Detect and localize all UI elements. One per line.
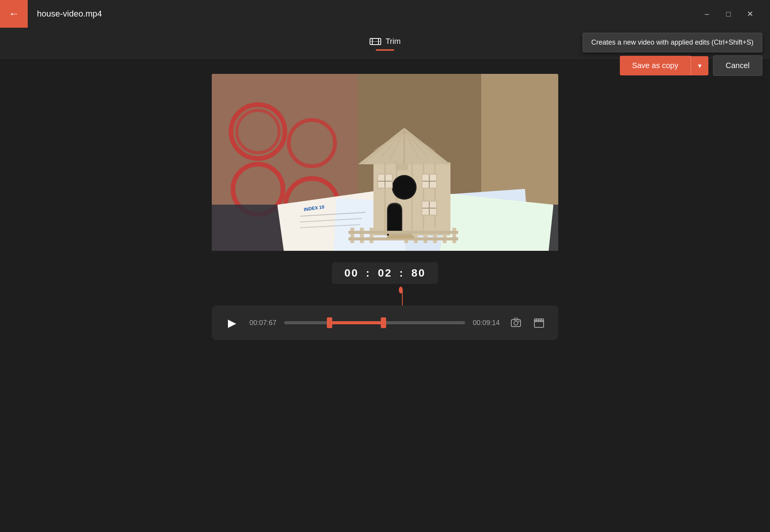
svg-rect-61 xyxy=(443,228,447,243)
time-start: 00:07:67 xyxy=(249,319,276,327)
timecode-frames: 80 xyxy=(411,267,425,279)
maximize-button[interactable]: □ xyxy=(718,6,739,22)
title-bar: ← house-video.mp4 – □ ✕ xyxy=(0,0,770,28)
save-button-group: Save as copy ▾ Cancel xyxy=(620,55,762,76)
svg-rect-58 xyxy=(414,228,418,243)
back-button[interactable]: ← xyxy=(0,0,28,28)
timecode-minutes: 02 xyxy=(378,267,392,279)
cancel-button[interactable]: Cancel xyxy=(713,55,762,76)
save-as-copy-button[interactable]: Save as copy xyxy=(620,56,691,75)
scrubber-dot xyxy=(399,287,403,294)
svg-rect-60 xyxy=(433,228,437,243)
svg-line-73 xyxy=(536,319,537,322)
trim-tab-content: Trim xyxy=(369,35,400,48)
snapshot-icon xyxy=(511,317,521,328)
trim-handle-right[interactable] xyxy=(381,317,386,328)
snapshot-button[interactable] xyxy=(507,314,524,331)
timecode-sep2: : xyxy=(399,267,404,279)
timecode-hours: 00 xyxy=(344,267,358,279)
seek-track[interactable] xyxy=(284,321,465,324)
timecode-display: 00 : 02 : 80 xyxy=(332,262,438,284)
svg-rect-56 xyxy=(370,228,373,243)
main-content: MILLION 7 Reasons to... INDEX 10 xyxy=(0,58,770,251)
svg-rect-62 xyxy=(452,228,456,243)
clapboard-button[interactable] xyxy=(531,314,547,331)
timecode-sep1: : xyxy=(366,267,370,279)
video-frame: MILLION 7 Reasons to... INDEX 10 xyxy=(212,74,558,251)
svg-rect-69 xyxy=(514,318,518,320)
svg-point-41 xyxy=(393,177,415,198)
svg-rect-67 xyxy=(511,320,521,327)
save-dropdown-button[interactable]: ▾ xyxy=(691,56,708,75)
play-button[interactable]: ▶ xyxy=(223,313,242,332)
trim-tab[interactable]: Trim xyxy=(369,35,400,51)
trim-underline xyxy=(376,49,394,51)
svg-line-74 xyxy=(538,319,539,322)
time-end: 00:09:14 xyxy=(473,319,500,327)
player-right-icons xyxy=(507,314,547,331)
controls-section: 00 : 02 : 80 ▶ 00:07:67 00:09:14 xyxy=(0,262,770,340)
trim-label: Trim xyxy=(385,37,400,46)
svg-rect-55 xyxy=(360,228,364,243)
svg-rect-63 xyxy=(348,231,458,234)
scrubber-line xyxy=(402,290,403,305)
svg-rect-66 xyxy=(387,235,414,238)
window-controls: – □ ✕ xyxy=(696,6,761,22)
action-area: Creates a new video with applied edits (… xyxy=(583,33,762,76)
back-arrow-icon: ← xyxy=(8,8,19,20)
svg-line-75 xyxy=(541,319,541,322)
track-fill xyxy=(330,321,384,324)
clapboard-icon xyxy=(534,317,544,328)
save-tooltip: Creates a new video with applied edits (… xyxy=(583,33,762,52)
svg-rect-70 xyxy=(518,321,519,322)
close-button[interactable]: ✕ xyxy=(739,6,761,22)
svg-rect-54 xyxy=(350,228,354,243)
video-player: MILLION 7 Reasons to... INDEX 10 xyxy=(212,74,558,251)
trim-handle-left[interactable] xyxy=(327,317,332,328)
svg-rect-59 xyxy=(424,228,427,243)
file-title: house-video.mp4 xyxy=(37,9,102,19)
scrubber-indicator-container xyxy=(212,290,558,305)
svg-point-68 xyxy=(514,321,518,325)
player-bar: ▶ 00:07:67 00:09:14 xyxy=(212,305,558,340)
minimize-button[interactable]: – xyxy=(696,6,718,22)
trim-icon xyxy=(369,35,382,48)
